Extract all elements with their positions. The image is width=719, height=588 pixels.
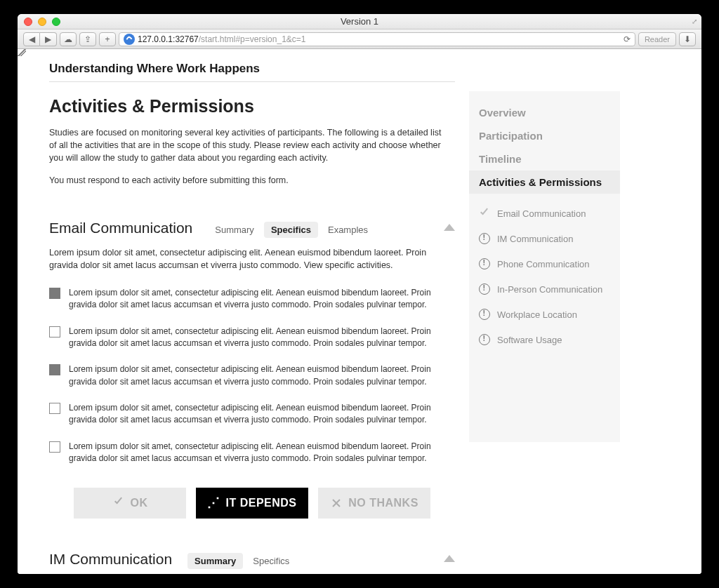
compass-icon (124, 34, 135, 45)
resize-handle-icon[interactable] (18, 49, 26, 56)
section-heading: Activities & Permissions (49, 96, 455, 116)
alert-icon (479, 258, 490, 269)
activity-tabs: Summary Specifics (187, 553, 296, 569)
tab-specifics[interactable]: Specifics (246, 553, 296, 569)
checkbox[interactable] (49, 403, 60, 414)
address-bar[interactable]: 127.0.0.1:32767/start.html#p=version_1&c… (119, 32, 635, 46)
choice-depends-label: IT DEPENDS (225, 497, 296, 509)
collapse-icon[interactable] (444, 224, 455, 231)
nav-forward-button[interactable]: ▶ (40, 32, 57, 46)
checklist-item: Lorem ipsum dolor sit amet, consectetur … (49, 402, 455, 427)
sidebar-nav: OverviewParticipationTimelineActivities … (469, 91, 620, 442)
window-title: Version 1 (18, 16, 701, 27)
sidebar-sub-item-label: Workplace Location (497, 309, 577, 320)
sidebar-nav-item[interactable]: Activities & Permissions (469, 171, 620, 194)
alert-icon (479, 233, 490, 244)
checklist-item: Lorem ipsum dolor sit amet, consectetur … (49, 287, 455, 312)
checkbox[interactable] (49, 288, 60, 299)
checkbox[interactable] (49, 326, 60, 338)
share-button[interactable]: ⇪ (79, 32, 96, 46)
browser-window: Version 1 ⤢ ◀ ▶ ☁ ⇪ + 127.0.0.1:32767/st… (18, 14, 701, 574)
checklist-item-text: Lorem ipsum dolor sit amet, consectetur … (69, 402, 455, 427)
tab-specifics[interactable]: Specifics (264, 222, 318, 238)
window-minimize-button[interactable] (38, 18, 46, 26)
downloads-button[interactable]: ⬇ (679, 32, 696, 46)
alert-icon (479, 283, 490, 295)
sidebar-sub-item[interactable]: IM Communication (469, 227, 620, 250)
sidebar-sub-item[interactable]: Workplace Location (469, 303, 620, 326)
collapse-icon[interactable] (444, 555, 455, 562)
activity-im: IM Communication Summary Specifics (49, 551, 455, 569)
checkbox[interactable] (49, 441, 60, 453)
url-host: 127.0.0.1:32767 (138, 34, 199, 44)
tab-summary[interactable]: Summary (187, 553, 243, 569)
sidebar-sub-item-label: In-Person Communication (497, 284, 602, 295)
checklist-item-text: Lorem ipsum dolor sit amet, consectetur … (69, 441, 455, 465)
sidebar-sub-item[interactable]: In-Person Communication (469, 278, 620, 300)
dotted-check-icon (207, 497, 218, 509)
sidebar-sub-item-label: Email Communication (497, 208, 586, 219)
check-icon (112, 497, 124, 509)
browser-toolbar: ◀ ▶ ☁ ⇪ + 127.0.0.1:32767/start.html#p=v… (18, 29, 701, 49)
page-scroll[interactable]: Understanding Where Work Happens Activit… (18, 49, 701, 574)
choice-no-thanks[interactable]: NO THANKS (318, 488, 430, 519)
activity-title: Email Communication (49, 220, 192, 236)
window-titlebar: Version 1 ⤢ (18, 14, 701, 29)
choice-ok[interactable]: OK (74, 488, 186, 519)
activity-title: IM Communication (49, 551, 172, 568)
choice-ok-label: OK (131, 497, 148, 509)
intro-paragraph-1: Studies are focused on monitoring severa… (49, 126, 449, 164)
choice-it-depends[interactable]: IT DEPENDS (196, 488, 308, 519)
sidebar-sub-item-label: Phone Communication (497, 259, 590, 269)
check-icon (479, 208, 490, 219)
sidebar-nav-item[interactable]: Participation (469, 124, 620, 147)
checklist-item: Lorem ipsum dolor sit amet, consectetur … (49, 441, 455, 465)
reader-button[interactable]: Reader (638, 32, 676, 46)
window-expand-icon[interactable]: ⤢ (692, 18, 697, 25)
sidebar-sub-item[interactable]: Phone Communication (469, 253, 620, 275)
checklist-item-text: Lorem ipsum dolor sit amet, consectetur … (69, 326, 455, 350)
activity-email: Email Communication Summary Specifics Ex… (49, 220, 455, 519)
alert-icon (479, 334, 490, 345)
nav-back-button[interactable]: ◀ (23, 32, 40, 46)
add-button[interactable]: + (99, 32, 116, 46)
checklist-item: Lorem ipsum dolor sit amet, consectetur … (49, 326, 455, 350)
activity-checklist: Lorem ipsum dolor sit amet, consectetur … (49, 287, 455, 465)
intro-paragraph-2: You must respond to each activity before… (49, 174, 449, 187)
checklist-item-text: Lorem ipsum dolor sit amet, consectetur … (69, 287, 455, 312)
sidebar-nav-item[interactable]: Timeline (469, 147, 620, 171)
tab-summary[interactable]: Summary (208, 222, 261, 238)
checkbox[interactable] (49, 364, 60, 375)
page-viewport: Understanding Where Work Happens Activit… (18, 49, 701, 574)
reload-button[interactable]: ⟳ (624, 34, 631, 44)
sidebar-sub-item[interactable]: Software Usage (469, 328, 620, 351)
checklist-item-text: Lorem ipsum dolor sit amet, consectetur … (69, 363, 455, 388)
tab-examples[interactable]: Examples (321, 222, 375, 238)
x-icon (330, 497, 341, 509)
sidebar-sub-item[interactable]: Email Communication (469, 202, 620, 225)
page-title: Understanding Where Work Happens (49, 62, 455, 82)
sidebar-sub-item-label: Software Usage (497, 335, 562, 345)
window-close-button[interactable] (24, 18, 32, 26)
choice-row: OK IT DEPENDS NO THANKS (49, 488, 455, 519)
sidebar-nav-item[interactable]: Overview (469, 101, 620, 124)
window-zoom-button[interactable] (52, 18, 60, 26)
checklist-item: Lorem ipsum dolor sit amet, consectetur … (49, 363, 455, 388)
activity-tabs: Summary Specifics Examples (208, 222, 375, 238)
choice-no-label: NO THANKS (348, 497, 418, 509)
icloud-button[interactable]: ☁ (60, 32, 77, 46)
main-content: Understanding Where Work Happens Activit… (49, 62, 469, 569)
url-path: /start.html#p=version_1&c=1 (199, 34, 306, 44)
sidebar-sub-item-label: IM Communication (497, 234, 573, 244)
activity-description: Lorem ipsum dolor sit amet, consectetur … (49, 246, 455, 272)
alert-icon (479, 309, 490, 320)
